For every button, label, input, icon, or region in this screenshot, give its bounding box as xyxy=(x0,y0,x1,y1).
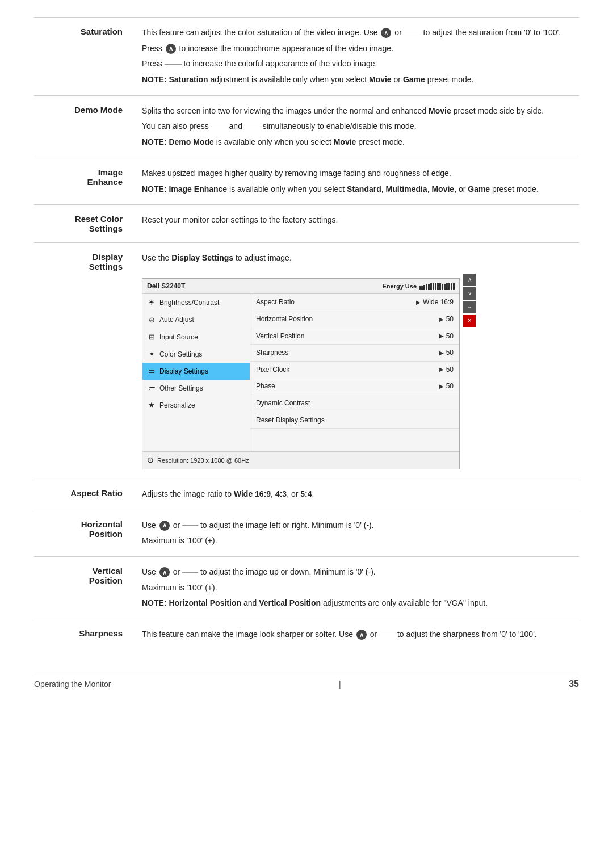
section-display-settings: DisplaySettings Use the Display Settings… xyxy=(34,243,579,479)
osd-footer: ⊙ Resolution: 1920 x 1080 @ 60Hz xyxy=(142,451,459,469)
reset-color-p1: Reset your monitor color settings to the… xyxy=(142,214,573,227)
personalize-icon: ★ xyxy=(147,400,156,411)
osd-container: Dell S2240T Energy Use xyxy=(142,274,460,469)
osd-menu-brightness[interactable]: ☀ Brightness/Contrast xyxy=(142,294,250,311)
nav-right-button[interactable]: → xyxy=(463,301,476,313)
phase-arrow: ▶ xyxy=(439,382,444,391)
down-placeholder xyxy=(404,33,421,33)
color-settings-label: Color Settings xyxy=(159,349,202,360)
v-position-p1: Use ∧ or to adjust the image up or down.… xyxy=(142,566,573,578)
image-enhance-p1: Makes upsized images higher quality by r… xyxy=(142,167,573,180)
osd-menu-personalize[interactable]: ★ Personalize xyxy=(142,397,250,414)
section-aspect-ratio: Aspect Ratio Adjusts the image ratio to … xyxy=(34,479,579,510)
v-position-note: NOTE: Horizontal Position and Vertical P… xyxy=(142,597,573,610)
pixel-clock-value: ▶ 50 xyxy=(439,364,454,375)
sharpness-osd-label: Sharpness xyxy=(256,347,288,358)
horizontal-position-content: Use ∧ or to adjust the image left or rig… xyxy=(136,510,579,556)
osd-menu-color-settings[interactable]: ✦ Color Settings xyxy=(142,346,250,363)
saturation-label: Saturation xyxy=(34,18,136,96)
h-position-p2: Maximum is '100' (+). xyxy=(142,535,573,547)
energy-bar: Energy Use xyxy=(382,282,455,291)
osd-menu-auto-adjust[interactable]: ⊕ Auto Adjust xyxy=(142,312,250,329)
aspect-ratio-val-text: Wide 16:9 xyxy=(423,297,454,308)
down-v-placeholder xyxy=(182,572,198,573)
auto-adjust-icon: ⊕ xyxy=(147,315,156,326)
h-position-arrow: ▶ xyxy=(439,315,444,324)
section-horizontal-position: HorizontalPosition Use ∧ or to adjust th… xyxy=(34,510,579,556)
image-enhance-note: NOTE: Image Enhance is available only wh… xyxy=(142,183,573,196)
sharpness-p1: This feature can make the image look sha… xyxy=(142,628,573,641)
osd-right-phase[interactable]: Phase ▶ 50 xyxy=(250,378,459,395)
content-table: Saturation This feature can adjust the c… xyxy=(34,17,579,650)
vertical-position-label: VerticalPosition xyxy=(34,556,136,619)
display-settings-content: Use the Display Settings to adjust image… xyxy=(136,243,579,479)
up-icon-v: ∧ xyxy=(159,567,170,577)
osd-footer-text: Resolution: 1920 x 1080 @ 60Hz xyxy=(157,456,249,466)
down-s-placeholder xyxy=(379,635,395,635)
up-icon-s: ∧ xyxy=(356,630,367,640)
demo-mode-label: Demo Mode xyxy=(34,95,136,158)
sharpness-arrow: ▶ xyxy=(439,349,444,358)
sharpness-value: ▶ 50 xyxy=(439,347,454,358)
down-placeholder-2 xyxy=(165,64,182,65)
v-position-value: ▶ 50 xyxy=(439,331,454,342)
osd-right-sharpness[interactable]: Sharpness ▶ 50 xyxy=(250,345,459,362)
sharpness-content: This feature can make the image look sha… xyxy=(136,619,579,650)
osd-right-reset-display[interactable]: Reset Display Settings xyxy=(250,412,459,429)
page-footer: Operating the Monitor | 35 xyxy=(34,673,579,689)
page-number: 35 xyxy=(569,679,579,689)
vertical-position-content: Use ∧ or to adjust the image up or down.… xyxy=(136,556,579,619)
pixel-clock-arrow: ▶ xyxy=(439,365,444,374)
btn-placeholder-1 xyxy=(211,127,227,127)
osd-right-menu: Aspect Ratio ▶ Wide 16:9 Horizontal Posi… xyxy=(250,294,459,451)
footer-separator: | xyxy=(339,680,341,689)
energy-graphic xyxy=(419,283,455,290)
osd-nav-buttons: ∧ ∨ → ✕ xyxy=(463,274,476,327)
phase-label: Phase xyxy=(256,381,275,392)
aspect-ratio-content: Adjusts the image ratio to Wide 16:9, 4:… xyxy=(136,479,579,510)
section-sharpness: Sharpness This feature can make the imag… xyxy=(34,619,579,650)
osd-right-aspect-ratio[interactable]: Aspect Ratio ▶ Wide 16:9 xyxy=(250,294,459,311)
nav-close-button[interactable]: ✕ xyxy=(463,315,476,327)
osd-body: ☀ Brightness/Contrast ⊕ Auto Adjust ⊞ In… xyxy=(142,294,459,451)
image-enhance-label: ImageEnhance xyxy=(34,158,136,204)
osd-right-pixel-clock[interactable]: Pixel Clock ▶ 50 xyxy=(250,362,459,379)
sharpness-val-text: 50 xyxy=(446,347,454,358)
saturation-content: This feature can adjust the color satura… xyxy=(136,18,579,96)
display-settings-menu-label: Display Settings xyxy=(159,366,208,377)
section-saturation: Saturation This feature can adjust the c… xyxy=(34,18,579,96)
aspect-ratio-label: Aspect Ratio xyxy=(256,297,295,308)
display-settings-intro: Use the Display Settings to adjust image… xyxy=(142,252,573,265)
saturation-p2: Press ∧ to increase the monochrome appea… xyxy=(142,43,573,55)
nav-down-button[interactable]: ∨ xyxy=(463,287,476,300)
up-icon-h: ∧ xyxy=(159,521,170,531)
osd-right-dynamic-contrast[interactable]: Dynamic Contrast xyxy=(250,395,459,412)
osd-menu-display-settings[interactable]: ▭ Display Settings xyxy=(142,363,250,380)
aspect-ratio-section-label: Aspect Ratio xyxy=(34,479,136,510)
phase-value: ▶ 50 xyxy=(439,381,454,392)
osd-menu-other-settings[interactable]: ≔ Other Settings xyxy=(142,380,250,397)
osd-right-h-position[interactable]: Horizontal Position ▶ 50 xyxy=(250,311,459,328)
brightness-label: Brightness/Contrast xyxy=(159,297,219,308)
h-position-label: Horizontal Position xyxy=(256,314,313,325)
display-settings-label: DisplaySettings xyxy=(34,243,136,479)
auto-adjust-label: Auto Adjust xyxy=(159,315,194,325)
saturation-p1: This feature can adjust the color satura… xyxy=(142,27,573,39)
image-enhance-content: Makes upsized images higher quality by r… xyxy=(136,158,579,204)
other-settings-icon: ≔ xyxy=(147,383,156,394)
v-position-label: Vertical Position xyxy=(256,331,304,342)
osd-menu-input-source[interactable]: ⊞ Input Source xyxy=(142,329,250,346)
aspect-arrow: ▶ xyxy=(416,298,421,307)
nav-up-button[interactable]: ∧ xyxy=(463,274,476,286)
saturation-note: NOTE: Saturation adjustment is available… xyxy=(142,74,573,86)
reset-color-label: Reset ColorSettings xyxy=(34,205,136,243)
v-position-val-text: 50 xyxy=(446,331,454,342)
osd-right-v-position[interactable]: Vertical Position ▶ 50 xyxy=(250,328,459,345)
input-source-label: Input Source xyxy=(159,332,198,343)
btn-placeholder-2 xyxy=(245,127,261,127)
dynamic-contrast-label: Dynamic Contrast xyxy=(256,398,310,409)
h-position-p1: Use ∧ or to adjust the image left or rig… xyxy=(142,519,573,532)
footer-text: Operating the Monitor xyxy=(34,680,111,689)
aspect-ratio-value: ▶ Wide 16:9 xyxy=(416,297,454,308)
reset-display-label: Reset Display Settings xyxy=(256,415,325,426)
